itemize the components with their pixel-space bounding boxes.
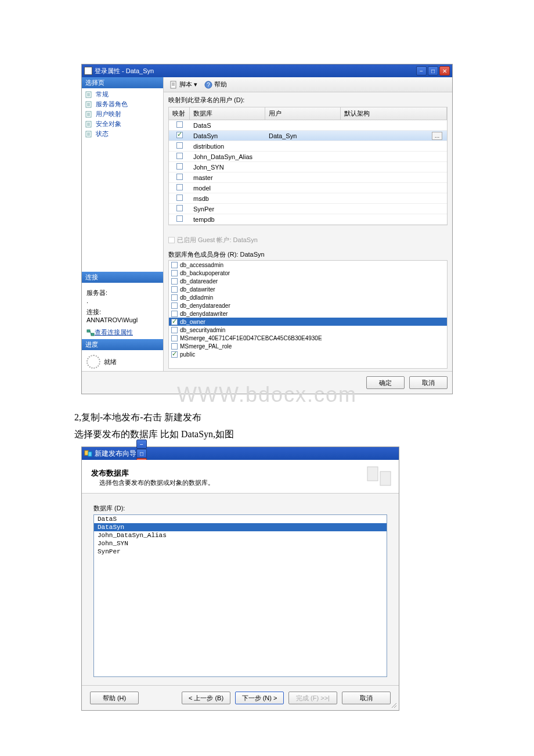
title-bar[interactable]: 登录属性 - Data_Syn − □ ✕ bbox=[82, 64, 452, 77]
mapping-row[interactable]: msdb bbox=[169, 193, 447, 204]
role-checkbox[interactable] bbox=[171, 327, 178, 333]
role-item[interactable]: MSmerge_40E71C4F1E0D47CEBCA45C6B30E4930E bbox=[169, 334, 447, 342]
help-button[interactable]: 帮助 (H) bbox=[90, 692, 139, 704]
map-checkbox[interactable] bbox=[176, 215, 183, 222]
page-icon bbox=[85, 91, 93, 98]
role-checkbox[interactable] bbox=[171, 343, 178, 350]
connection-header: 连接 bbox=[82, 272, 163, 283]
mapping-row[interactable]: model bbox=[169, 183, 447, 193]
select-page-header: 选择页 bbox=[82, 77, 163, 88]
next-button[interactable]: 下一步 (N) > bbox=[235, 692, 284, 704]
mapping-row[interactable]: master bbox=[169, 172, 447, 183]
help-button[interactable]: ? 帮助 bbox=[202, 79, 229, 90]
sidebar-item[interactable]: 状态 bbox=[82, 129, 163, 139]
role-item[interactable]: db_datareader bbox=[169, 277, 447, 285]
close-button[interactable]: ✕ bbox=[439, 66, 450, 75]
finish-button[interactable]: 完成 (F) >>| bbox=[288, 692, 337, 704]
wizard-icon bbox=[84, 449, 92, 458]
role-checkbox[interactable] bbox=[171, 319, 178, 325]
role-checkbox[interactable] bbox=[171, 311, 178, 317]
wizard-footer: 帮助 (H) < 上一步 (B) 下一步 (N) > 完成 (F) >>| 取消 bbox=[82, 685, 399, 710]
svg-rect-13 bbox=[367, 467, 378, 481]
wizard-title-bar[interactable]: 新建发布向导 − □ ✕ bbox=[82, 447, 399, 460]
list-item[interactable]: John_DataSyn_Alias bbox=[94, 531, 387, 539]
svg-rect-8 bbox=[171, 81, 176, 88]
role-checkbox[interactable] bbox=[171, 286, 178, 293]
view-conn-props-link[interactable]: 查看连接属性 bbox=[86, 328, 158, 337]
map-checkbox[interactable] bbox=[176, 132, 183, 138]
back-button[interactable]: < 上一步 (B) bbox=[182, 692, 230, 704]
role-checkbox[interactable] bbox=[171, 303, 178, 309]
mapping-row[interactable]: SynPer bbox=[169, 204, 447, 214]
role-item[interactable]: db_securityadmin bbox=[169, 326, 447, 334]
role-item[interactable]: db_accessadmin bbox=[169, 261, 447, 269]
map-checkbox[interactable] bbox=[176, 121, 183, 128]
role-checkbox[interactable] bbox=[171, 351, 178, 358]
progress-header: 进度 bbox=[82, 339, 163, 350]
mapping-row[interactable]: John_DataSyn_Alias bbox=[169, 152, 447, 162]
list-item[interactable]: John_SYN bbox=[94, 539, 387, 548]
script-button[interactable]: 脚本 ▾ bbox=[167, 79, 200, 90]
role-item[interactable]: db_denydatawriter bbox=[169, 309, 447, 318]
wizard-heading: 发布数据库 bbox=[91, 468, 389, 478]
sidebar-item[interactable]: 常规 bbox=[82, 89, 163, 99]
database-list[interactable]: DataSDataSynJohn_DataSyn_AliasJohn_SYNSy… bbox=[93, 514, 387, 677]
role-checkbox[interactable] bbox=[171, 335, 178, 341]
roles-list[interactable]: db_accessadmindb_backupoperatordb_datare… bbox=[168, 260, 448, 369]
svg-rect-11 bbox=[85, 451, 88, 455]
list-item[interactable]: SynPer bbox=[94, 548, 387, 556]
role-item[interactable]: db_ddladmin bbox=[169, 293, 447, 301]
role-item[interactable]: public bbox=[169, 350, 447, 358]
minimize-button[interactable]: − bbox=[136, 440, 147, 449]
sidebar-item[interactable]: 用户映射 bbox=[82, 109, 163, 119]
conn-label: 连接: bbox=[86, 308, 158, 316]
map-checkbox[interactable] bbox=[176, 163, 183, 170]
mapping-row[interactable]: John_SYN bbox=[169, 162, 447, 172]
ellipsis-button[interactable]: … bbox=[432, 132, 442, 140]
map-checkbox[interactable] bbox=[176, 195, 183, 201]
maximize-button[interactable]: □ bbox=[136, 449, 147, 458]
database-list-label: 数据库 (D): bbox=[93, 504, 387, 513]
map-checkbox[interactable] bbox=[176, 142, 183, 149]
map-checkbox[interactable] bbox=[176, 174, 183, 180]
role-item[interactable]: db_denydatareader bbox=[169, 301, 447, 309]
page-icon bbox=[85, 111, 93, 118]
sidebar-item[interactable]: 服务器角色 bbox=[82, 99, 163, 109]
role-item[interactable]: db_backupoperator bbox=[169, 269, 447, 277]
role-item[interactable]: db_datawriter bbox=[169, 285, 447, 293]
ok-button[interactable]: 确定 bbox=[366, 376, 405, 389]
mapping-row[interactable]: tempdb bbox=[169, 214, 447, 225]
maximize-button[interactable]: □ bbox=[428, 66, 438, 75]
sidebar-item[interactable]: 安全对象 bbox=[82, 119, 163, 129]
mapping-label: 映射到此登录名的用户 (D): bbox=[168, 96, 448, 105]
role-item[interactable]: MSmerge_PAL_role bbox=[169, 342, 447, 350]
login-properties-dialog: 登录属性 - Data_Syn − □ ✕ 选择页 常规服务器角色用户映射安全对… bbox=[81, 64, 453, 394]
role-checkbox[interactable] bbox=[171, 270, 178, 276]
role-item[interactable]: db_owner bbox=[169, 318, 447, 326]
guest-checkbox bbox=[168, 237, 175, 243]
db-header: 数据库 bbox=[190, 107, 265, 120]
help-icon: ? bbox=[204, 81, 212, 89]
role-checkbox[interactable] bbox=[171, 278, 178, 285]
resize-grip[interactable] bbox=[391, 702, 398, 709]
list-item[interactable]: DataSyn bbox=[94, 523, 387, 531]
cancel-button[interactable]: 取消 bbox=[342, 692, 391, 704]
role-checkbox[interactable] bbox=[171, 262, 178, 268]
schema-header: 默认架构 bbox=[341, 107, 447, 120]
mapping-row[interactable]: DataS bbox=[169, 120, 447, 131]
ready-label: 就绪 bbox=[104, 358, 117, 366]
map-checkbox[interactable] bbox=[176, 205, 183, 211]
role-checkbox[interactable] bbox=[171, 294, 178, 301]
map-checkbox[interactable] bbox=[176, 184, 183, 190]
mapping-row[interactable]: distribution bbox=[169, 141, 447, 152]
cancel-button[interactable]: 取消 bbox=[409, 376, 448, 389]
minimize-button[interactable]: − bbox=[416, 66, 427, 75]
svg-text:?: ? bbox=[207, 82, 210, 88]
chevron-down-icon: ▾ bbox=[194, 81, 197, 88]
map-checkbox[interactable] bbox=[176, 153, 183, 159]
list-item[interactable]: DataS bbox=[94, 515, 387, 523]
app-icon bbox=[84, 67, 92, 75]
mapping-row[interactable]: DataSynData_Syn… bbox=[169, 131, 447, 141]
instruction-text-1: 2,复制-本地发布-右击 新建发布 bbox=[74, 412, 534, 424]
svg-rect-12 bbox=[88, 452, 92, 456]
